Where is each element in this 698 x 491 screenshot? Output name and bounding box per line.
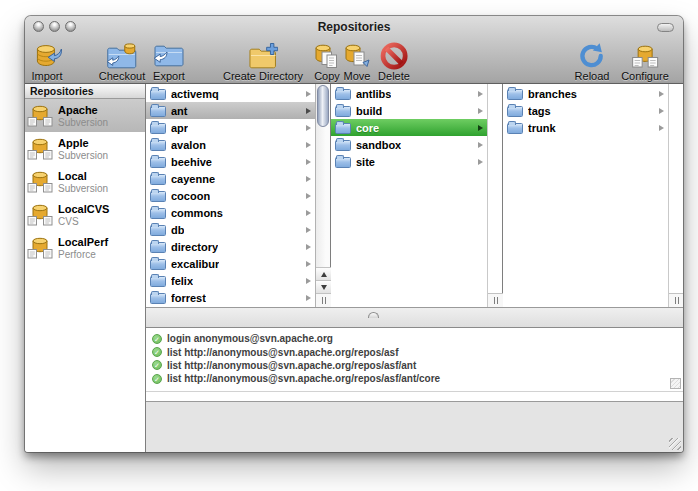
create-directory-button[interactable]: Create Directory [223,40,303,82]
folder-icon [150,174,166,185]
column-list: branches tags trunk [503,84,668,307]
folder-row[interactable]: felix [146,272,315,289]
window-resize-grip[interactable] [669,438,681,450]
folder-row[interactable]: site [331,153,487,170]
folder-icon [150,293,166,304]
import-button[interactable]: Import [31,40,62,82]
splitter-dimple-handle[interactable] [368,312,379,318]
checkout-button[interactable]: Checkout [99,40,145,82]
zoom-button[interactable] [65,21,76,32]
folder-row[interactable]: branches [503,85,668,102]
repo-type: Subversion [58,117,108,128]
check-circle-icon: ✓ [152,374,162,384]
scrollbar-thumb[interactable] [317,85,329,127]
window-chrome: Repositories Import [25,16,683,84]
tool-label: Copy [313,70,341,82]
repo-row-apple[interactable]: Apple Subversion [25,132,145,165]
configure-button[interactable]: Configure [621,40,669,82]
disclosure-triangle-icon [306,261,311,267]
folder-row[interactable]: avalon [146,136,315,153]
export-button[interactable]: Export [153,40,185,82]
log-entry[interactable]: ✓ list http://anonymous@svn.apache.org/r… [152,372,683,385]
folder-row[interactable]: sandbox [331,136,487,153]
titlebar[interactable]: Repositories [25,16,683,38]
repo-name: Apple [58,137,108,150]
log-text: list http://anonymous@svn.apache.org/rep… [167,347,398,358]
repo-type: Subversion [58,183,108,194]
folder-row[interactable]: directory [146,238,315,255]
folder-name: build [356,105,382,117]
log-entry[interactable]: ✓ login anonymous@svn.apache.org [152,332,683,345]
scroll-up-button[interactable] [316,267,331,280]
folder-icon [507,106,523,117]
folder-name: commons [171,207,223,219]
folder-name: beehive [171,156,212,168]
log-entry[interactable]: ✓ list http://anonymous@svn.apache.org/r… [152,359,683,372]
reload-button[interactable]: Reload [575,40,610,82]
toolbar-toggle-button[interactable] [657,23,674,32]
folder-row-selected[interactable]: ant [146,102,315,119]
column-resize-handle[interactable] [316,293,331,307]
scroll-corner-box[interactable] [670,378,681,389]
move-button[interactable]: Move [343,40,371,82]
browser-column-2: antlibs build core sandbox site [331,84,503,307]
minimize-button[interactable] [49,21,60,32]
folder-row[interactable]: trunk [503,119,668,136]
column-resize-handle[interactable] [669,293,683,307]
repo-name: Apache [58,104,108,117]
close-button[interactable] [33,21,44,32]
vertical-scrollbar[interactable] [668,84,683,307]
disclosure-triangle-icon [306,193,311,199]
splitter[interactable] [146,307,683,327]
scroll-down-button[interactable] [316,280,331,293]
horizontal-scrollbar-track[interactable] [146,391,683,401]
folder-icon [150,157,166,168]
folder-icon [507,89,523,100]
repo-row-local[interactable]: Local Subversion [25,165,145,198]
folder-row[interactable]: beehive [146,153,315,170]
folder-icon [150,89,166,100]
log-text: list http://anonymous@svn.apache.org/rep… [167,360,416,371]
copy-database-pages-icon [313,40,341,70]
column-resize-handle[interactable] [488,293,503,307]
log-entry[interactable]: ✓ list http://anonymous@svn.apache.org/r… [152,345,683,358]
traffic-lights [33,21,76,32]
window-title: Repositories [25,16,683,38]
tool-label: Reload [575,70,610,82]
folder-row[interactable]: apr [146,119,315,136]
copy-button[interactable]: Copy [313,40,341,82]
tool-label: Move [343,70,371,82]
folder-row[interactable]: excalibur [146,255,315,272]
repo-row-localcvs[interactable]: LocalCVS CVS [25,198,145,231]
folder-row[interactable]: db [146,221,315,238]
repository-database-icon [27,203,53,227]
folder-row[interactable]: cayenne [146,170,315,187]
vertical-scrollbar[interactable] [487,84,502,307]
folder-icon [335,123,351,134]
disclosure-triangle-icon [478,142,483,148]
content-area: Repositories Apache Subversion [25,84,683,452]
folder-name: cayenne [171,173,215,185]
folder-row[interactable]: forrest [146,289,315,306]
disclosure-triangle-icon [306,227,311,233]
folder-row[interactable]: commons [146,204,315,221]
repo-row-localperf[interactable]: LocalPerf Perforce [25,231,145,264]
vertical-scrollbar[interactable] [315,84,330,307]
folder-row[interactable]: cocoon [146,187,315,204]
folder-row-selected[interactable]: core [331,119,487,136]
disclosure-triangle-icon [306,244,311,250]
folder-row[interactable]: build [331,102,487,119]
folder-row[interactable]: antlibs [331,85,487,102]
disclosure-triangle-icon [659,91,664,97]
folder-name: directory [171,241,218,253]
disclosure-triangle-icon [306,210,311,216]
folder-name: ant [171,105,188,117]
delete-button[interactable]: Delete [378,40,410,82]
folder-icon [150,140,166,151]
folder-row[interactable]: tags [503,102,668,119]
folder-icon [150,191,166,202]
folder-row[interactable]: activemq [146,85,315,102]
folder-icon [150,123,166,134]
repo-row-apache[interactable]: Apache Subversion [25,99,145,132]
export-folder-arrow-icon [153,40,185,70]
